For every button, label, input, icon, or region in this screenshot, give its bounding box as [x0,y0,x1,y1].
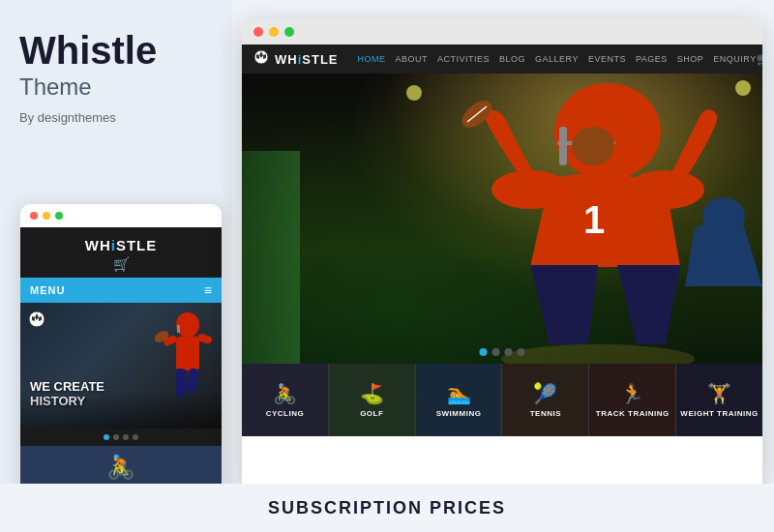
mobile-menu-bar[interactable]: MENU ≡ [20,278,222,303]
nav-dot-3 [123,434,129,440]
svg-point-31 [735,80,751,96]
nav-blog[interactable]: BLOG [499,54,525,64]
desktop-dot-green[interactable] [284,27,294,37]
sport-track[interactable]: 🏃 TRACK TRAINING [589,364,676,436]
desktop-preview: WHiSTLE HOME ABOUT ACTIVITIES BLOG GALLE… [242,19,762,493]
nav-dot-4 [133,434,138,440]
mobile-cart-icon: 🛒 [113,256,130,272]
swimming-sport-icon: 🏊 [447,382,471,405]
nav-shop[interactable]: SHOP [677,54,704,64]
tennis-sport-label: TENNIS [530,409,561,418]
tennis-sport-icon: 🎾 [533,382,557,405]
hero-dot-1 [480,348,488,356]
mobile-logo: WHiSTLE [20,237,222,253]
nav-dot-2 [113,434,119,440]
swimming-sport-label: SWIMMING [436,409,482,418]
subscription-title: SUBSCRIPTION PRICES [268,498,506,518]
hero-dot-2 [492,348,500,356]
sports-bar: 🚴 CYCLING ⛳ GOLF 🏊 SWIMMING 🎾 TENNIS 🏃 T… [242,364,762,436]
weight-sport-icon: 🏋 [707,382,731,405]
nav-dot-1 [104,434,109,440]
hero-player-container: 1 [337,74,762,364]
cycling-sport-label: CYCLING [266,409,305,418]
nav-about[interactable]: ABOUT [396,54,429,64]
by-line: By designthemes [19,110,213,125]
golf-sport-label: GOLF [360,409,383,418]
nav-events[interactable]: EVENTS [588,54,626,64]
left-panel: Whistle Theme By designthemes WHiSTLE 🛒 … [0,0,232,532]
mobile-titlebar [20,204,222,227]
svg-rect-7 [176,337,199,370]
track-sport-icon: 🏃 [620,382,644,405]
hero-dot-3 [505,348,513,356]
desktop-logo: WHiSTLE [275,52,339,67]
desktop-hero-dots [480,348,525,356]
cycling-icon: 🚴 [106,454,135,481]
weight-sport-label: WEIGHT TRAINING [680,409,758,418]
hero-dot-4 [518,348,525,356]
mobile-site-header: WHiSTLE 🛒 [20,227,222,278]
hamburger-icon: ≡ [204,282,212,298]
nav-gallery[interactable]: GALLERY [535,54,579,64]
svg-point-28 [702,197,745,236]
svg-rect-20 [559,127,567,165]
svg-text:1: 1 [583,198,605,241]
svg-rect-6 [177,325,180,333]
svg-point-24 [627,170,704,209]
track-sport-label: TRACK TRAINING [596,409,670,418]
sport-weight[interactable]: 🏋 WEIGHT TRAINING [676,364,762,436]
nav-soccer-ball-icon [253,49,269,69]
mobile-hero-gradient [20,390,222,429]
mobile-dot-red [30,212,38,220]
theme-title: Whistle [19,29,213,72]
theme-subtitle: Theme [19,74,213,101]
sport-tennis[interactable]: 🎾 TENNIS [502,364,589,436]
nav-home[interactable]: HOME [358,54,386,64]
nav-activities[interactable]: ACTIVITIES [437,54,490,64]
sport-swimming[interactable]: 🏊 SWIMMING [416,364,503,436]
nav-pages[interactable]: PAGES [636,54,668,64]
mobile-dots-nav [20,429,222,446]
desktop-nav-links: HOME ABOUT ACTIVITIES BLOG GALLERY EVENT… [358,54,757,64]
nav-enquiry[interactable]: ENQUIRY [713,54,756,64]
mobile-soccer-ball-icon [28,310,45,332]
desktop-dot-yellow[interactable] [269,27,279,37]
svg-point-22 [572,127,614,165]
sport-golf[interactable]: ⛳ GOLF [329,364,416,436]
desktop-hero: 1 [242,74,762,364]
mobile-menu-label: MENU [30,284,65,296]
sport-cycling[interactable]: 🚴 CYCLING [242,364,329,436]
mobile-preview: WHiSTLE 🛒 MENU ≡ WE [19,203,223,503]
desktop-titlebar [242,19,762,44]
svg-point-30 [406,85,422,101]
svg-point-5 [177,312,198,330]
mobile-dot-green [55,212,63,220]
mobile-hero: WE CREATE HISTORY [20,303,222,429]
desktop-dot-red[interactable] [253,27,263,37]
subscription-section: SUBSCRIPTION PRICES [0,484,774,532]
mobile-dot-yellow [43,212,50,220]
desktop-navbar: WHiSTLE HOME ABOUT ACTIVITIES BLOG GALLE… [242,44,762,74]
golf-sport-icon: ⛳ [360,382,384,405]
desktop-cart-icon[interactable]: 🛒 [757,52,762,66]
cycling-sport-icon: 🚴 [273,382,297,405]
